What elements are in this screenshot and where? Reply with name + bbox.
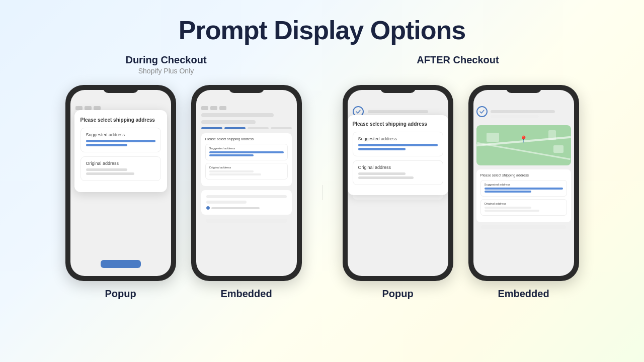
popup-title-1: Please select shipping address	[80, 117, 161, 123]
phone-after-popup: 📍 Please select shipping address Suggest…	[343, 85, 453, 300]
checkout-button-1[interactable]	[101, 260, 141, 268]
after-original-label-3: Original address	[358, 165, 438, 170]
phone-notch-1	[103, 85, 138, 93]
after-popup-overlay-3: Please select shipping address Suggested…	[348, 115, 448, 195]
after-popup-title-3: Please select shipping address	[353, 121, 443, 127]
section-divider	[322, 185, 323, 200]
phone-after-embedded: 📍 Please select shipping address Suggest…	[468, 85, 579, 300]
phone-notch-2	[229, 85, 264, 93]
after-original-3[interactable]: Original address	[353, 160, 443, 185]
embedded-block-2: Please select shipping address Suggested…	[201, 133, 292, 186]
phone-label-4: Embedded	[498, 288, 549, 300]
phone-screen-1: Please select shipping address Suggested…	[70, 90, 171, 276]
embedded-original-label-2: Original address	[209, 166, 284, 169]
checkmark-4	[476, 106, 488, 117]
embedded-suggested-4[interactable]: Suggested address	[480, 180, 567, 197]
after-suggested-3[interactable]: Suggested address	[353, 132, 443, 156]
phone-frame-2: Please select shipping address Suggested…	[191, 85, 302, 281]
embedded-block-4: Please select shipping address Suggested…	[476, 169, 571, 222]
radio-dot-2	[206, 206, 210, 210]
embedded-original-4[interactable]: Original address	[480, 199, 567, 216]
during-checkout-title: During Checkout	[60, 54, 272, 66]
phone-frame-1: Please select shipping address Suggested…	[65, 85, 176, 281]
embedded-original-label-4: Original address	[485, 202, 563, 205]
suggested-option-1[interactable]: Suggested address	[80, 128, 161, 152]
embedded-suggested-label-4: Suggested address	[485, 183, 563, 186]
after-checkout-section: AFTER Checkout	[332, 54, 584, 75]
during-checkout-subtitle: Shopify Plus Only	[60, 67, 272, 75]
phone-label-3: Popup	[382, 288, 413, 300]
map-area-4: 📍	[476, 125, 571, 165]
embedded-suggested-label-2: Suggested address	[209, 147, 284, 150]
phone-notch-4	[506, 85, 541, 93]
phone-screen-2: Please select shipping address Suggested…	[196, 90, 297, 276]
phone-screen-3: 📍 Please select shipping address Suggest…	[348, 90, 448, 276]
embedded-title-4: Please select shipping address	[480, 173, 567, 177]
original-option-1[interactable]: Original address	[80, 156, 161, 181]
embedded-suggested-2[interactable]: Suggested address	[205, 144, 288, 160]
popup-overlay-1: Please select shipping address Suggested…	[74, 110, 167, 192]
embedded-title-2: Please select shipping address	[205, 137, 288, 141]
phone-label-2: Embedded	[220, 288, 272, 300]
phone-during-popup: Please select shipping address Suggested…	[65, 85, 176, 300]
phone-notch-3	[380, 85, 416, 93]
phone-label-1: Popup	[105, 288, 136, 300]
during-checkout-section: During Checkout Shopify Plus Only	[60, 54, 272, 75]
phones-row: Please select shipping address Suggested…	[65, 85, 579, 300]
phone-frame-4: 📍 Please select shipping address Suggest…	[468, 85, 579, 281]
embedded-original-2[interactable]: Original address	[205, 163, 288, 179]
after-suggested-label-3: Suggested address	[358, 136, 438, 141]
phone-during-embedded: Please select shipping address Suggested…	[191, 85, 302, 300]
phone-screen-4: 📍 Please select shipping address Suggest…	[473, 90, 574, 276]
form-block-2	[201, 190, 292, 215]
phone-frame-3: 📍 Please select shipping address Suggest…	[343, 85, 453, 281]
suggested-label-1: Suggested address	[86, 132, 155, 137]
original-label-1: Original address	[86, 161, 155, 166]
after-checkout-title: AFTER Checkout	[332, 54, 584, 66]
page-title: Prompt Display Options	[179, 15, 465, 45]
